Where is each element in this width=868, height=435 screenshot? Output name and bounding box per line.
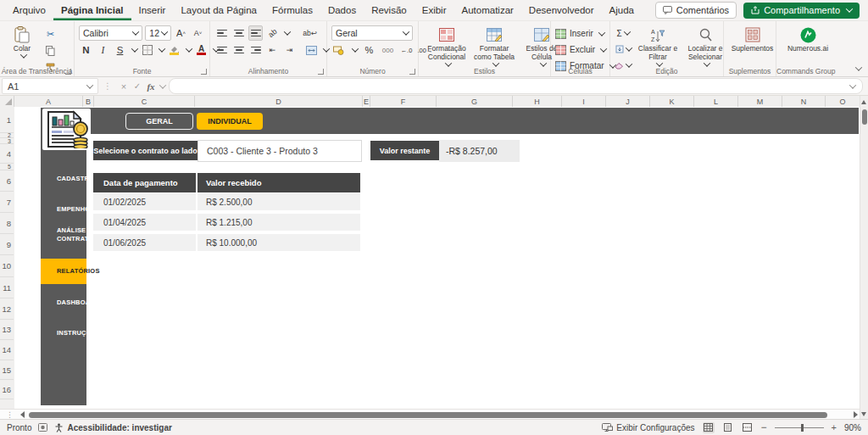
table-row[interactable]: 01/04/2025R$ 1.215,00 [93, 214, 360, 231]
underline-button[interactable]: S [113, 42, 127, 58]
accounting-format-button[interactable] [331, 42, 346, 58]
vertical-scrollbar[interactable] [860, 96, 868, 420]
column-header-b[interactable]: B [83, 96, 94, 107]
column-header-f[interactable]: F [370, 96, 437, 107]
align-center-button[interactable] [231, 42, 246, 58]
name-box[interactable]: A1 [2, 78, 98, 94]
autosum-button[interactable]: Σ [615, 25, 632, 41]
column-header-l[interactable]: L [694, 96, 738, 107]
menu-tab-inserir[interactable]: Inserir [131, 0, 174, 20]
sheet-canvas[interactable]: CADASTROEMPENHOANÁLISE DE CONTRATOSRELAT… [14, 107, 860, 410]
formatacao-condicional-button[interactable]: Formatação Condicional [423, 25, 470, 68]
column-header-g[interactable]: G [437, 96, 513, 107]
increase-indent-button[interactable]: ⇥ [282, 42, 297, 58]
font-name-select[interactable]: Calibri [79, 25, 142, 41]
sheet-tab-splitter[interactable]: ⋮ [6, 410, 14, 419]
zoom-out-button[interactable]: − [761, 421, 767, 433]
formatar-como-tabela-button[interactable]: Formatar como Tabela [470, 25, 518, 68]
italic-button[interactable]: I [96, 42, 110, 58]
macro-record-button[interactable] [38, 423, 47, 432]
column-header-j[interactable]: J [606, 96, 650, 107]
row-header-4[interactable]: 4 [0, 144, 14, 164]
borders-button[interactable] [140, 42, 154, 58]
row-header-6[interactable]: 6 [0, 170, 14, 192]
column-header-n[interactable]: N [782, 96, 826, 107]
scroll-right-arrow[interactable] [854, 411, 858, 418]
row-header-16[interactable]: 16 [0, 380, 14, 399]
accessibility-status[interactable]: Acessibilidade: investigar [54, 423, 171, 432]
scroll-left-arrow[interactable] [20, 411, 25, 418]
align-bottom-button[interactable] [248, 25, 263, 41]
fill-button[interactable] [615, 42, 632, 57]
row-header-14[interactable]: 14 [0, 340, 14, 360]
align-left-button[interactable] [214, 42, 229, 58]
menu-tab-ajuda[interactable]: Ajuda [602, 0, 642, 20]
increase-font-button[interactable]: A˄ [174, 25, 188, 41]
menu-tab-automatizar[interactable]: Automatizar [454, 0, 521, 20]
wrap-text-button[interactable]: ab↩ [303, 25, 317, 41]
display-settings-button[interactable]: Exibir Configurações [602, 423, 694, 432]
align-right-button[interactable] [248, 42, 263, 58]
zoom-level[interactable]: 90% [844, 423, 861, 432]
cancel-icon[interactable]: × [117, 81, 131, 92]
row-header-13[interactable]: 13 [0, 320, 14, 340]
formula-options-chevron[interactable] [159, 81, 166, 88]
copy-button[interactable] [43, 43, 58, 59]
numerous-ai-button[interactable]: Numerous.ai [781, 25, 835, 54]
row-header-8[interactable]: 8 [0, 213, 14, 234]
accounting-chevron[interactable] [352, 45, 359, 52]
fill-color-chevron[interactable] [186, 45, 192, 52]
scroll-up-arrow[interactable] [861, 100, 866, 104]
dialog-launcher-clipboard[interactable] [65, 69, 71, 75]
sidebar-item-relatorios[interactable]: RELATÓRIOS [41, 259, 86, 284]
row-header-15[interactable]: 15 [0, 360, 14, 380]
sidebar-item-analise-de-contratos[interactable]: ANÁLISE DE CONTRATOS [41, 221, 86, 248]
row-header-10[interactable]: 10 [0, 255, 14, 277]
insert-function-icon[interactable]: fx [144, 81, 158, 92]
row-header-3[interactable]: 3 [0, 138, 14, 144]
row-header-11[interactable]: 11 [0, 277, 14, 298]
column-header-k[interactable]: K [650, 96, 694, 107]
increase-decimal-button[interactable]: ←.0 [399, 42, 414, 58]
expand-formula-bar-chevron[interactable] [849, 81, 856, 88]
column-header-a[interactable]: A [14, 96, 83, 107]
cut-button[interactable]: ✂ [43, 26, 58, 42]
bold-button[interactable]: N [79, 42, 93, 58]
zoom-slider[interactable] [775, 427, 824, 428]
row-header-12[interactable]: 12 [0, 298, 14, 320]
font-color-button[interactable]: A [194, 42, 209, 58]
contract-select-input[interactable]: C003 - Cliente 3 - Produto 3 [198, 140, 362, 162]
sidebar-item-cadastro[interactable]: CADASTRO [41, 172, 86, 186]
orientation-chevron[interactable] [284, 28, 291, 35]
menu-tab-revisao[interactable]: Revisão [364, 0, 415, 20]
classificar-e-filtrar-button[interactable]: AZClassificar e Filtrar [634, 25, 682, 73]
column-header-d[interactable]: D [195, 96, 363, 107]
localizar-e-selecionar-button[interactable]: Localizar e Selecionar [682, 25, 729, 73]
decrease-indent-button[interactable]: ⇤ [265, 42, 280, 58]
align-middle-button[interactable] [231, 25, 246, 41]
collapse-ribbon-chevron[interactable] [855, 64, 862, 70]
dialog-launcher-font[interactable] [201, 69, 207, 75]
tab-geral[interactable]: GERAL [125, 113, 193, 130]
scroll-down-arrow[interactable] [861, 412, 866, 416]
view-page-layout-button[interactable] [722, 422, 734, 433]
menu-tab-pagina-inicial[interactable]: Página Inicial [53, 0, 131, 20]
dialog-launcher-number[interactable] [409, 69, 415, 75]
align-top-button[interactable] [214, 25, 229, 41]
sidebar-item-dashboard[interactable]: DASHBOARD [41, 296, 86, 310]
view-normal-button[interactable] [703, 422, 715, 433]
formula-input[interactable] [169, 78, 863, 94]
confirm-icon[interactable]: ✓ [131, 81, 144, 91]
menu-tab-formulas[interactable]: Fórmulas [264, 0, 320, 20]
share-button[interactable]: Compartilhamento [743, 3, 860, 19]
underline-options-chevron[interactable] [131, 45, 138, 52]
column-header-h[interactable]: H [513, 96, 562, 107]
comma-style-button[interactable]: 000 [381, 42, 395, 58]
tab-individual[interactable]: INDIVIDUAL [197, 113, 263, 130]
status-mode[interactable]: Pronto [7, 423, 31, 432]
zoom-in-button[interactable]: + [832, 422, 837, 432]
fill-color-button[interactable] [167, 42, 181, 58]
menu-tab-arquivo[interactable]: Arquivo [5, 0, 53, 20]
vertical-scroll-thumb[interactable] [862, 109, 867, 125]
inserir-button[interactable]: Inserir [555, 25, 605, 42]
